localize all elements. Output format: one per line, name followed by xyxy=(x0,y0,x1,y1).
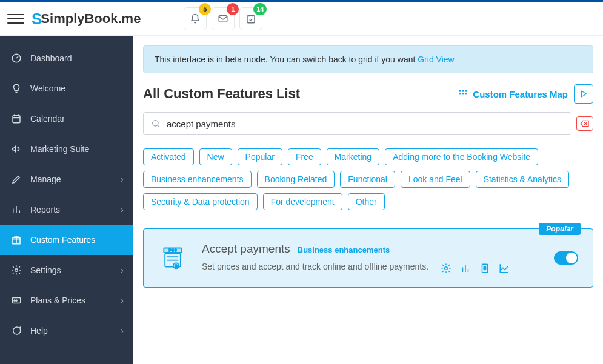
beta-banner: This interface is in beta mode. You can … xyxy=(143,45,593,73)
svg-rect-13 xyxy=(462,90,464,92)
backspace-icon xyxy=(580,120,590,127)
bars-icon xyxy=(11,204,22,215)
svg-rect-1 xyxy=(247,16,255,23)
svg-marker-18 xyxy=(582,91,587,96)
card-icon xyxy=(11,295,22,306)
notification-group: 5 1 14 xyxy=(184,7,262,30)
search-row xyxy=(143,112,593,135)
banner-text: This interface is in beta mode. You can … xyxy=(155,55,418,64)
feature-body: Accept payments Business enhancements Se… xyxy=(202,242,531,274)
map-link-text: Custom Features Map xyxy=(473,89,568,99)
feature-actions: $ xyxy=(441,263,510,274)
svg-point-19 xyxy=(153,121,158,126)
menu-toggle-button[interactable] xyxy=(7,10,24,27)
logo-primary-text: SimplyBook xyxy=(41,11,118,27)
page-title: All Custom Features List xyxy=(143,86,300,102)
feature-card-accept-payments[interactable]: Popular P $ $$ Accept payments Business … xyxy=(143,228,593,288)
clear-search-button[interactable] xyxy=(576,116,593,131)
settings-icon[interactable] xyxy=(441,263,451,274)
filter-chip-for-development[interactable]: For development xyxy=(263,193,342,210)
svg-rect-16 xyxy=(462,93,464,95)
play-video-button[interactable] xyxy=(574,84,593,104)
sidebar-item-label: Marketing Suite xyxy=(30,144,89,154)
search-input[interactable] xyxy=(167,119,564,129)
filter-chip-marketing[interactable]: Marketing xyxy=(327,148,379,165)
svg-point-27 xyxy=(445,267,448,270)
sidebar-item-help[interactable]: Help› xyxy=(0,316,133,346)
svg-rect-15 xyxy=(459,93,461,95)
custom-features-map-link[interactable]: Custom Features Map xyxy=(458,89,568,99)
filter-chip-adding-more-to-the-booking-website[interactable]: Adding more to the Booking Website xyxy=(385,148,538,165)
sidebar-item-label: Calendar xyxy=(30,114,65,124)
logo[interactable]: SSimplyBook.me xyxy=(32,10,141,28)
chevron-right-icon: › xyxy=(121,265,124,275)
svg-point-8 xyxy=(15,269,18,272)
gear-icon xyxy=(11,265,22,276)
svg-rect-3 xyxy=(13,116,20,123)
bell-icon xyxy=(190,13,201,24)
sidebar-item-settings[interactable]: Settings› xyxy=(0,255,133,285)
mail-notification-button[interactable]: 1 xyxy=(212,7,235,30)
calendar-notification-button[interactable]: 14 xyxy=(239,7,262,30)
grid-view-link[interactable]: Grid View xyxy=(418,55,454,64)
filter-chip-booking-related[interactable]: Booking Related xyxy=(257,171,335,188)
chevron-right-icon: › xyxy=(121,205,124,214)
mail-icon xyxy=(218,13,228,24)
chevron-right-icon: › xyxy=(121,296,124,305)
chat-icon xyxy=(11,325,22,336)
sidebar: DashboardWelcomeCalendarMarketing SuiteM… xyxy=(0,36,133,364)
search-box xyxy=(143,112,571,135)
invoice-icon[interactable]: $ xyxy=(479,263,490,274)
sidebar-item-reports[interactable]: Reports› xyxy=(0,194,133,225)
filter-chip-new[interactable]: New xyxy=(199,148,232,165)
feature-toggle[interactable] xyxy=(554,251,578,265)
main-content: This interface is in beta mode. You can … xyxy=(133,36,603,364)
sidebar-item-label: Welcome xyxy=(30,84,65,93)
popular-badge: Popular xyxy=(539,223,581,235)
title-row: All Custom Features List Custom Features… xyxy=(143,84,593,104)
svg-text:P $ $: P $ $ xyxy=(169,248,177,252)
sidebar-item-custom-features[interactable]: Custom Features xyxy=(0,225,133,255)
filter-chips: ActivatedNewPopularFreeMarketingAdding m… xyxy=(143,148,593,210)
filter-chip-security-data-protection[interactable]: Security & Data protection xyxy=(143,193,258,210)
pencil-icon xyxy=(11,174,22,185)
filter-chip-free[interactable]: Free xyxy=(288,148,321,165)
sidebar-item-label: Dashboard xyxy=(30,53,72,63)
svg-point-11 xyxy=(16,300,17,301)
sidebar-item-welcome[interactable]: Welcome xyxy=(0,73,133,104)
filter-chip-functional[interactable]: Functional xyxy=(340,171,395,188)
svg-text:$: $ xyxy=(484,266,486,270)
sidebar-item-dashboard[interactable]: Dashboard xyxy=(0,43,133,73)
toggle-knob xyxy=(566,253,577,263)
gift-icon xyxy=(11,234,22,245)
sidebar-item-label: Custom Features xyxy=(30,235,95,245)
filter-chip-statistics-analytics[interactable]: Statistics & Analytics xyxy=(476,171,569,188)
play-icon xyxy=(579,90,588,98)
feature-category-link[interactable]: Business enhancements xyxy=(298,245,390,254)
filter-chip-look-and-feel[interactable]: Look and Feel xyxy=(401,171,470,188)
calendar-icon xyxy=(11,113,22,124)
sidebar-item-label: Settings xyxy=(30,265,61,275)
mail-badge: 1 xyxy=(227,3,239,15)
calendar-badge: 14 xyxy=(253,3,267,15)
sidebar-item-calendar[interactable]: Calendar xyxy=(0,104,133,134)
sidebar-item-manage[interactable]: Manage› xyxy=(0,164,133,194)
megaphone-icon xyxy=(11,144,22,154)
filter-chip-other[interactable]: Other xyxy=(348,193,385,210)
sidebar-item-marketing-suite[interactable]: Marketing Suite xyxy=(0,134,133,164)
filter-chip-popular[interactable]: Popular xyxy=(238,148,282,165)
sidebar-item-label: Reports xyxy=(30,205,60,214)
logo-suffix: .me xyxy=(118,11,141,27)
svg-rect-12 xyxy=(459,90,461,92)
filter-chip-activated[interactable]: Activated xyxy=(143,148,194,165)
filter-chip-business-enhancements[interactable]: Business enhancements xyxy=(143,171,252,188)
svg-rect-14 xyxy=(465,90,467,92)
bell-notification-button[interactable]: 5 xyxy=(184,7,207,30)
chevron-right-icon: › xyxy=(121,326,124,336)
calendar-check-icon xyxy=(245,13,256,24)
bell-badge: 5 xyxy=(199,3,211,15)
line-chart-icon[interactable] xyxy=(499,263,510,274)
bar-chart-icon[interactable] xyxy=(460,263,471,274)
sidebar-item-plans-prices[interactable]: Plans & Prices› xyxy=(0,285,133,316)
sidebar-item-label: Help xyxy=(30,326,48,336)
